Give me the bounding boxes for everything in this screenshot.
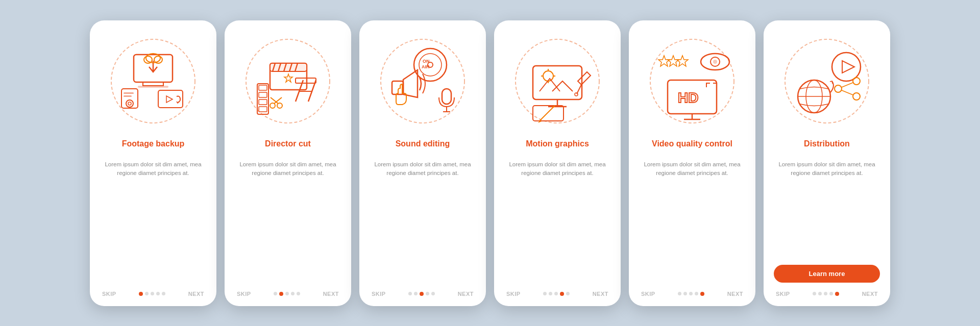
svg-marker-69 xyxy=(677,56,688,66)
distribution-icon xyxy=(781,35,873,127)
dot-6-4 xyxy=(829,292,833,295)
dot-6-2 xyxy=(818,292,822,295)
svg-rect-25 xyxy=(259,85,267,90)
icon-area-footage-backup xyxy=(107,33,199,130)
next-button-4[interactable]: NEXT xyxy=(593,291,608,297)
svg-point-62 xyxy=(650,39,734,123)
motion-graphics-icon xyxy=(511,35,603,127)
svg-point-73 xyxy=(785,39,869,123)
svg-rect-3 xyxy=(138,86,168,88)
skip-button-5[interactable]: SKIP xyxy=(641,291,655,297)
svg-marker-78 xyxy=(842,61,854,73)
dot-2-1 xyxy=(274,292,277,295)
card-director-cut-body: Lorem ipsum dolor sit dim amet, mea regi… xyxy=(235,160,341,282)
card-footage-backup-title: Footage backup xyxy=(122,134,185,155)
icon-area-distribution xyxy=(781,33,873,130)
card-distribution-title: Distribution xyxy=(804,134,850,155)
svg-line-57 xyxy=(577,85,581,94)
dot-4-4 xyxy=(560,292,564,296)
card-director-cut-title: Director cut xyxy=(265,134,311,155)
card-footage-backup-nav: SKIP NEXT xyxy=(100,291,206,297)
dot-2-3 xyxy=(285,292,289,295)
skip-button-6[interactable]: SKIP xyxy=(776,291,790,297)
dot-1-1 xyxy=(139,292,143,296)
next-button-1[interactable]: NEXT xyxy=(188,291,204,297)
card-video-quality: HD Video quality control Lorem ipsum dol… xyxy=(629,20,755,306)
svg-point-58 xyxy=(575,93,578,96)
dot-6-1 xyxy=(813,292,816,295)
svg-point-0 xyxy=(111,39,195,123)
skip-button-2[interactable]: SKIP xyxy=(237,291,251,297)
nav-dots-5 xyxy=(678,292,704,296)
dot-4-5 xyxy=(566,292,570,295)
nav-dots-6 xyxy=(813,292,839,296)
svg-rect-32 xyxy=(296,78,316,83)
svg-rect-13 xyxy=(158,90,183,108)
dot-3-5 xyxy=(431,292,435,295)
svg-point-81 xyxy=(853,93,860,100)
dot-3-2 xyxy=(414,292,418,295)
dot-5-1 xyxy=(678,292,681,295)
dot-5-2 xyxy=(683,292,687,295)
next-button-5[interactable]: NEXT xyxy=(727,291,743,297)
card-distribution-nav: SKIP NEXT xyxy=(774,291,880,297)
next-button-6[interactable]: NEXT xyxy=(862,291,878,297)
svg-marker-67 xyxy=(658,56,670,66)
card-sound-editing: ON AIR Sound editing Lorem ipsum dolor s… xyxy=(359,20,486,306)
nav-dots-4 xyxy=(543,292,570,296)
next-button-3[interactable]: NEXT xyxy=(458,291,474,297)
card-motion-graphics-body: Lorem ipsum dolor sit dim amet, mea regi… xyxy=(504,160,610,282)
skip-button-3[interactable]: SKIP xyxy=(372,291,386,297)
sound-editing-icon: ON AIR xyxy=(377,35,469,127)
svg-line-36 xyxy=(271,97,278,104)
next-button-2[interactable]: NEXT xyxy=(323,291,339,297)
dot-2-5 xyxy=(297,292,300,295)
svg-point-7 xyxy=(154,56,162,63)
svg-point-11 xyxy=(126,100,133,107)
svg-point-48 xyxy=(516,39,599,123)
svg-rect-45 xyxy=(442,89,451,104)
card-video-quality-title: Video quality control xyxy=(652,134,732,155)
card-sound-editing-title: Sound editing xyxy=(396,134,450,155)
dot-5-3 xyxy=(689,292,693,295)
card-video-quality-nav: SKIP NEXT xyxy=(639,291,745,297)
card-distribution-body: Lorem ipsum dolor sit dim amet, mea regi… xyxy=(774,160,880,256)
icon-area-sound-editing: ON AIR xyxy=(377,33,469,130)
svg-rect-26 xyxy=(259,92,267,97)
dot-2-4 xyxy=(291,292,295,295)
dot-6-3 xyxy=(824,292,827,295)
svg-point-50 xyxy=(543,71,553,81)
skip-button-1[interactable]: SKIP xyxy=(102,291,116,297)
director-cut-icon xyxy=(242,35,334,127)
svg-marker-68 xyxy=(668,56,679,66)
dot-6-5 xyxy=(835,292,839,296)
svg-text:HD: HD xyxy=(678,90,698,106)
svg-line-60 xyxy=(540,106,555,121)
svg-rect-10 xyxy=(124,95,132,97)
dot-3-1 xyxy=(408,292,412,295)
svg-line-82 xyxy=(842,83,853,87)
svg-text:ON: ON xyxy=(423,59,430,64)
nav-dots-1 xyxy=(139,292,165,296)
skip-button-4[interactable]: SKIP xyxy=(506,291,521,297)
svg-point-12 xyxy=(128,102,131,105)
svg-point-72 xyxy=(713,60,717,64)
dot-1-3 xyxy=(151,292,154,295)
card-video-quality-body: Lorem ipsum dolor sit dim amet, mea regi… xyxy=(639,160,745,282)
svg-line-35 xyxy=(274,97,282,104)
card-sound-editing-body: Lorem ipsum dolor sit dim amet, mea regi… xyxy=(370,160,476,282)
dot-1-2 xyxy=(145,292,149,295)
svg-point-6 xyxy=(144,56,152,63)
icon-area-video-quality: HD xyxy=(646,33,738,130)
learn-more-button[interactable]: Learn more xyxy=(774,265,880,283)
card-footage-backup: Footage backup Lorem ipsum dolor sit dim… xyxy=(90,20,216,306)
svg-point-80 xyxy=(853,78,860,85)
svg-rect-17 xyxy=(270,63,307,71)
dot-5-5 xyxy=(700,292,704,296)
dot-3-3 xyxy=(420,292,424,296)
dot-4-3 xyxy=(554,292,558,295)
svg-marker-14 xyxy=(166,96,173,103)
card-director-cut: Director cut Lorem ipsum dolor sit dim a… xyxy=(225,20,351,306)
video-quality-icon: HD xyxy=(646,35,738,127)
dot-5-4 xyxy=(695,292,698,295)
